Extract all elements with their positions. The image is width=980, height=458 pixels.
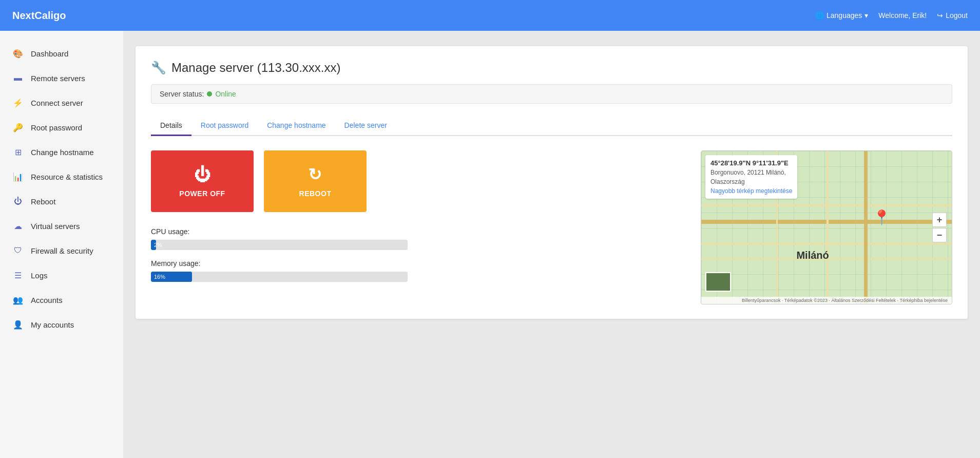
action-buttons: ⏻ POWER OFF ↻ REBOOT xyxy=(151,150,685,212)
remote-servers-icon: ▬ xyxy=(12,72,24,84)
sidebar-item-virtual-servers[interactable]: ☁ Virtual servers xyxy=(0,214,123,238)
sidebar-item-dashboard[interactable]: 🎨 Dashboard xyxy=(0,41,123,66)
sidebar-label-change-hostname: Change hostname xyxy=(31,148,94,157)
status-label: Server status: xyxy=(160,90,204,98)
page-title: 🔧 Manage server (113.30.xxx.xx) xyxy=(151,61,952,75)
cpu-usage-label: CPU usage: xyxy=(151,227,408,236)
sidebar-item-my-accounts[interactable]: 👤 My accounts xyxy=(0,312,123,337)
manage-server-icon: 🔧 xyxy=(151,61,166,75)
logs-icon: ☰ xyxy=(12,270,24,281)
status-bar: Server status: Online xyxy=(151,84,952,104)
app-logo: NextCaligo xyxy=(12,10,66,22)
sidebar-label-accounts: Accounts xyxy=(31,296,63,304)
map-larger-link[interactable]: Nagyobb térkép megtekintése xyxy=(710,187,792,195)
tab-change-hostname[interactable]: Change hostname xyxy=(258,116,335,136)
status-indicator xyxy=(207,91,212,97)
map-pin: 📍 xyxy=(873,209,891,226)
header-actions: 🌐 Languages ▾ Welcome, Erik! ↪ Logout xyxy=(815,11,968,20)
zoom-in-button[interactable]: + xyxy=(932,213,947,227)
sidebar-item-resource-statistics[interactable]: 📊 Resource & statistics xyxy=(0,164,123,189)
map-info-box: 45°28'19.9"N 9°11'31.9"E Borgonuovo, 201… xyxy=(705,155,797,199)
sidebar-item-remote-servers[interactable]: ▬ Remote servers xyxy=(0,66,123,90)
header: NextCaligo 🌐 Languages ▾ Welcome, Erik! … xyxy=(0,0,980,31)
sidebar-item-connect-server[interactable]: ⚡ Connect server xyxy=(0,90,123,115)
sidebar-item-root-password[interactable]: 🔑 Root password xyxy=(0,115,123,140)
map-footer: Billentyűparancsok · Térképadatok ©2023 … xyxy=(701,297,952,304)
content-card: 🔧 Manage server (113.30.xxx.xx) Server s… xyxy=(136,46,968,319)
cpu-value: 2% xyxy=(154,242,162,248)
map-container: 45°28'19.9"N 9°11'31.9"E Borgonuovo, 201… xyxy=(701,150,952,304)
memory-value: 16% xyxy=(154,274,165,280)
sidebar-label-resource-statistics: Resource & statistics xyxy=(31,173,103,181)
tab-details[interactable]: Details xyxy=(151,116,191,136)
sidebar-label-reboot: Reboot xyxy=(31,197,55,206)
cpu-progress-bar: 2% xyxy=(151,240,408,250)
sidebar-label-firewall-security: Firewall & security xyxy=(31,246,93,255)
zoom-out-button[interactable]: − xyxy=(932,228,947,242)
my-accounts-icon: 👤 xyxy=(12,319,24,330)
map-column: 45°28'19.9"N 9°11'31.9"E Borgonuovo, 201… xyxy=(701,150,952,304)
sidebar-label-dashboard: Dashboard xyxy=(31,49,68,58)
sidebar-item-reboot[interactable]: ⏻ Reboot xyxy=(0,189,123,214)
root-password-icon: 🔑 xyxy=(12,122,24,133)
sidebar-label-my-accounts: My accounts xyxy=(31,320,74,329)
cpu-progress-fill: 2% xyxy=(151,240,156,250)
memory-progress-bar: 16% xyxy=(151,272,408,282)
welcome-text: Welcome, Erik! xyxy=(878,11,927,20)
poweroff-button[interactable]: ⏻ POWER OFF xyxy=(151,150,254,212)
poweroff-icon: ⏻ xyxy=(194,165,211,184)
accounts-icon: 👥 xyxy=(12,294,24,306)
reboot-btn-icon: ↻ xyxy=(308,165,322,184)
reboot-icon: ⏻ xyxy=(12,196,24,207)
chevron-down-icon: ▾ xyxy=(864,11,868,20)
dashboard-icon: 🎨 xyxy=(12,48,24,59)
change-hostname-icon: ⊞ xyxy=(12,146,24,158)
sidebar-label-root-password: Root password xyxy=(31,123,82,132)
main-content: 🔧 Manage server (113.30.xxx.xx) Server s… xyxy=(123,31,980,458)
logout-icon: ↪ xyxy=(937,11,943,20)
firewall-security-icon: 🛡 xyxy=(12,245,24,256)
memory-usage-section: Memory usage: 16% xyxy=(151,259,408,282)
map-address-line1: Borgonuovo, 20121 Milánó, xyxy=(710,169,792,176)
language-icon: 🌐 xyxy=(815,11,824,20)
logout-button[interactable]: ↪ Logout xyxy=(937,11,968,20)
map-satellite-thumb[interactable] xyxy=(705,272,731,292)
sidebar-item-logs[interactable]: ☰ Logs xyxy=(0,263,123,288)
sidebar-item-change-hostname[interactable]: ⊞ Change hostname xyxy=(0,140,123,164)
memory-usage-label: Memory usage: xyxy=(151,259,408,268)
sidebar-label-virtual-servers: Virtual servers xyxy=(31,222,80,231)
sidebar-label-remote-servers: Remote servers xyxy=(31,74,85,83)
languages-button[interactable]: 🌐 Languages ▾ xyxy=(815,11,868,20)
tab-bar: Details Root password Change hostname De… xyxy=(151,116,952,136)
connect-server-icon: ⚡ xyxy=(12,97,24,108)
sidebar-item-firewall-security[interactable]: 🛡 Firewall & security xyxy=(0,238,123,263)
reboot-button[interactable]: ↻ REBOOT xyxy=(264,150,367,212)
left-column: ⏻ POWER OFF ↻ REBOOT CPU usage: xyxy=(151,150,685,291)
map-address-line2: Olaszország xyxy=(710,178,792,185)
map-coordinates: 45°28'19.9"N 9°11'31.9"E xyxy=(710,159,792,167)
status-text: Online xyxy=(215,90,236,98)
virtual-servers-icon: ☁ xyxy=(12,220,24,232)
map-zoom-controls: + − xyxy=(932,213,947,242)
page-layout: 🎨 Dashboard ▬ Remote servers ⚡ Connect s… xyxy=(0,31,980,458)
resource-statistics-icon: 📊 xyxy=(12,171,24,182)
tab-root-password[interactable]: Root password xyxy=(191,116,258,136)
details-tab-content: ⏻ POWER OFF ↻ REBOOT CPU usage: xyxy=(151,150,952,304)
sidebar-item-accounts[interactable]: 👥 Accounts xyxy=(0,288,123,312)
sidebar-label-connect-server: Connect server xyxy=(31,99,83,107)
sidebar-label-logs: Logs xyxy=(31,271,48,280)
cpu-usage-section: CPU usage: 2% xyxy=(151,227,408,250)
tab-delete-server[interactable]: Delete server xyxy=(335,116,396,136)
sidebar: 🎨 Dashboard ▬ Remote servers ⚡ Connect s… xyxy=(0,31,123,458)
memory-progress-fill: 16% xyxy=(151,272,192,282)
